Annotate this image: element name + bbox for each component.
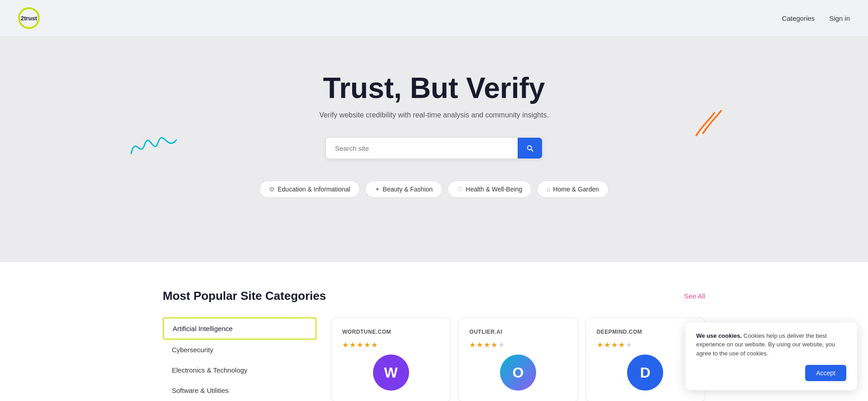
pill-education-label: Education & Informational	[278, 186, 350, 193]
pill-beauty-icon: ✦	[375, 186, 380, 193]
logo-text: 2trust	[21, 15, 37, 22]
deepmind-stars: ★ ★ ★ ★ ★	[597, 340, 632, 349]
lower-content: Artificial Intelligence Cybersecurity El…	[163, 317, 705, 401]
cookie-bold: We use cookies.	[696, 332, 742, 339]
outlier-stars: ★ ★ ★ ★ ★	[469, 340, 505, 349]
deepmind-domain: DEEPMIND.COM	[597, 329, 642, 335]
cat-item-cybersecurity[interactable]: Cybersecurity	[163, 340, 316, 360]
category-pills: ⚙ Education & Informational ✦ Beauty & F…	[18, 181, 850, 198]
cookie-text: We use cookies. Cookies help us deliver …	[696, 331, 846, 358]
nav-categories[interactable]: Categories	[782, 14, 815, 22]
pill-beauty[interactable]: ✦ Beauty & Fashion	[365, 181, 443, 198]
hero-title: Trust, But Verify	[18, 72, 850, 104]
cat-item-software[interactable]: Software & Utilities	[163, 380, 316, 401]
pill-health-icon: ♡	[457, 186, 463, 193]
outlier-domain: OUTLIER.AI	[469, 329, 502, 335]
pill-home-label: Home & Garden	[553, 186, 599, 193]
search-input[interactable]	[326, 138, 518, 159]
hero-subtitle: Verify website credibility with real-tim…	[18, 111, 850, 119]
accept-button[interactable]: Accept	[805, 365, 846, 381]
site-card-outlier[interactable]: OUTLIER.AI ★ ★ ★ ★ ★ O	[458, 317, 578, 401]
logo-circle: 2trust	[18, 7, 40, 29]
outlier-logo: O	[500, 354, 536, 391]
site-cards: WORDTUNE.COM ★ ★ ★ ★ ★ W OUTLIER.AI ★ ★	[331, 317, 705, 401]
see-all-link[interactable]: See All	[684, 292, 705, 300]
site-card-wordtune[interactable]: WORDTUNE.COM ★ ★ ★ ★ ★ W	[331, 317, 451, 401]
pill-health[interactable]: ♡ Health & Well-Being	[448, 181, 532, 198]
cat-item-electronics[interactable]: Electronics & Technology	[163, 360, 316, 380]
nav-signin[interactable]: Sign in	[829, 14, 850, 22]
wordtune-domain: WORDTUNE.COM	[342, 329, 391, 335]
pill-education-icon: ⚙	[269, 186, 275, 193]
lower-header: Most Popular Site Categories See All	[163, 289, 705, 303]
search-icon	[526, 144, 534, 152]
logo[interactable]: 2trust	[18, 7, 40, 29]
pill-beauty-label: Beauty & Fashion	[383, 186, 433, 193]
hero-section: Trust, But Verify Verify website credibi…	[0, 36, 868, 262]
cat-item-ai[interactable]: Artificial Intelligence	[163, 317, 316, 340]
search-button[interactable]	[518, 138, 542, 159]
deepmind-logo: D	[627, 354, 663, 391]
cookie-actions: Accept	[696, 365, 846, 381]
category-list: Artificial Intelligence Cybersecurity El…	[163, 317, 316, 401]
nav: Categories Sign in	[782, 14, 850, 22]
pill-education[interactable]: ⚙ Education & Informational	[259, 181, 359, 198]
pill-health-label: Health & Well-Being	[466, 186, 522, 193]
pill-home[interactable]: ⌂ Home & Garden	[537, 181, 609, 198]
deco-wave-icon	[127, 126, 181, 163]
header: 2trust Categories Sign in	[0, 0, 868, 36]
search-bar	[326, 137, 542, 159]
pill-home-icon: ⌂	[547, 186, 550, 193]
section-title: Most Popular Site Categories	[163, 289, 326, 303]
wordtune-stars: ★ ★ ★ ★ ★	[342, 340, 377, 349]
cookie-banner: We use cookies. Cookies help us deliver …	[685, 322, 857, 391]
wordtune-logo: W	[373, 354, 409, 391]
